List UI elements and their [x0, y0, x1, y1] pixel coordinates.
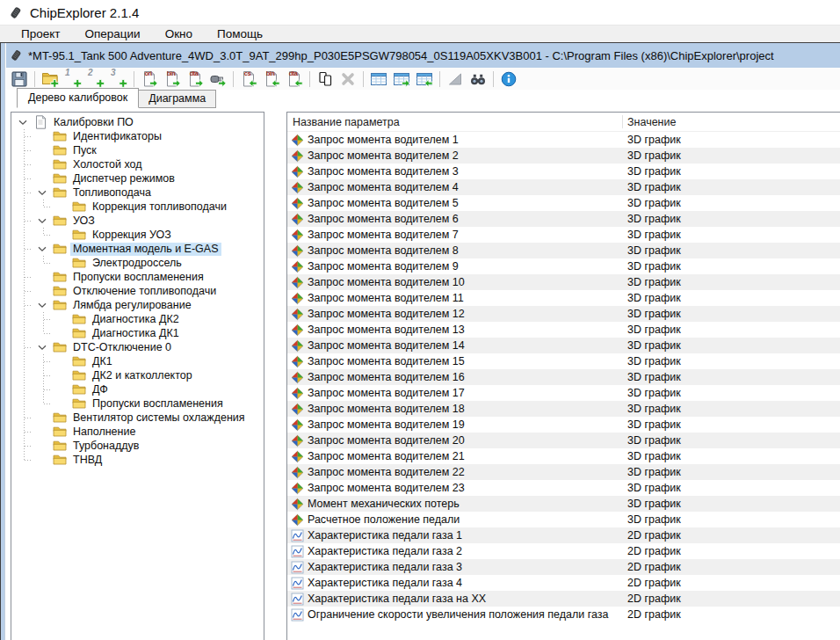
menu-item-0[interactable]: Проект: [9, 27, 72, 40]
parameter-name[interactable]: Характеристика педали газа на ХХ: [308, 593, 486, 605]
toolbar-table-button[interactable]: [368, 69, 389, 89]
tree-item[interactable]: Топливоподача: [11, 185, 264, 200]
toolbar-export-bin-button[interactable]: bin: [162, 69, 183, 89]
parameter-name[interactable]: Запрос момента водителем 4: [308, 181, 459, 193]
tree-item[interactable]: Отключение топливоподачи: [11, 284, 264, 298]
parameter-name[interactable]: Ограничение скорости увеличения положени…: [308, 608, 609, 621]
tree-item-label[interactable]: DTC-Отключение 0: [70, 341, 174, 354]
tree-item-label[interactable]: Турбонаддув: [70, 440, 141, 453]
tree-item[interactable]: Идентификаторы: [11, 129, 264, 143]
parameter-name[interactable]: Характеристика педали газа 2: [308, 545, 462, 557]
tree-item[interactable]: Пропуски воспламенения: [11, 270, 264, 284]
parameter-name[interactable]: Запрос момента водителем 13: [308, 324, 465, 336]
tree-item[interactable]: Холостой ход: [11, 157, 264, 171]
toolbar-export-ori-button[interactable]: ori: [139, 69, 160, 89]
tree-item-label[interactable]: Наполнение: [70, 425, 138, 439]
parameter-name[interactable]: Запрос момента водителем 22: [308, 466, 465, 478]
parameter-name[interactable]: Запрос момента водителем 19: [308, 418, 465, 431]
tree-item-label[interactable]: Пропуски воспламенения: [70, 271, 206, 284]
table-row[interactable]: Запрос момента водителем 93D график: [287, 258, 840, 274]
table-row[interactable]: Запрос момента водителем 153D график: [287, 353, 840, 369]
tab-calibration-tree[interactable]: Дерево калибровок: [17, 88, 139, 108]
tab-diagram[interactable]: Диаграмма: [138, 90, 216, 108]
table-row[interactable]: Запрос момента водителем 133D график: [287, 322, 840, 338]
table-row[interactable]: Характеристика педали газа 32D график: [287, 559, 840, 575]
parameter-name[interactable]: Запрос момента водителем 14: [308, 339, 465, 352]
table-row[interactable]: Запрос момента водителем 213D график: [287, 448, 840, 464]
toolbar-add-file-3-button[interactable]: 3: [108, 69, 129, 89]
tree-item[interactable]: Диспетчер режимов: [11, 171, 264, 185]
table-row[interactable]: Запрос момента водителем 13D график: [287, 132, 840, 148]
tree-item-label[interactable]: Топливоподача: [70, 186, 154, 200]
menu-item-2[interactable]: Окно: [153, 27, 205, 40]
parameter-name[interactable]: Запрос момента водителем 10: [308, 276, 465, 288]
tree-item-label[interactable]: ТНВД: [70, 454, 105, 467]
parameter-name[interactable]: Запрос момента водителем 8: [308, 244, 459, 257]
tree-item-label[interactable]: ДФ: [90, 383, 111, 396]
tree-item-label[interactable]: Электродроссель: [90, 257, 185, 270]
tree-item-label[interactable]: Вентилятор системы охлаждения: [70, 411, 248, 425]
table-row[interactable]: Характеристика педали газа на ХХ2D графи…: [287, 591, 840, 607]
tree-item-label[interactable]: Моментная модель и E-GAS: [70, 243, 221, 256]
toolbar-export-dta-button[interactable]: dta: [185, 69, 206, 89]
table-row[interactable]: Характеристика педали газа 22D график: [287, 543, 840, 559]
tree-item[interactable]: Калибровки ПО: [11, 115, 264, 129]
table-row[interactable]: Запрос момента водителем 83D график: [287, 243, 840, 258]
chevron-down-icon[interactable]: [38, 242, 53, 256]
tree-item-label[interactable]: УОЗ: [70, 215, 98, 228]
parameter-name[interactable]: Запрос момента водителем 18: [308, 403, 465, 415]
parameter-name[interactable]: Запрос момента водителем 1: [308, 134, 459, 146]
table-row[interactable]: Запрос момента водителем 163D график: [287, 369, 840, 385]
table-row[interactable]: Момент механических потерь3D график: [287, 496, 840, 512]
table-row[interactable]: Запрос момента водителем 23D график: [287, 148, 840, 164]
parameter-name[interactable]: Запрос момента водителем 6: [308, 213, 459, 225]
parameter-name[interactable]: Запрос момента водителем 23: [308, 482, 465, 494]
column-header-name[interactable]: Название параметра: [293, 116, 400, 128]
tree-item[interactable]: Моментная модель и E-GAS: [11, 242, 264, 256]
toolbar-import-dta-button[interactable]: dta: [284, 69, 305, 89]
parameter-name[interactable]: Запрос момента водителем 17: [308, 387, 465, 399]
parameter-name[interactable]: Запрос момента водителем 5: [308, 197, 459, 209]
toolbar-save-button[interactable]: [9, 69, 30, 89]
chevron-down-icon[interactable]: [38, 214, 53, 228]
table-row[interactable]: Запрос момента водителем 113D график: [287, 290, 840, 306]
chevron-down-icon[interactable]: [18, 115, 33, 129]
tree-item[interactable]: Вентилятор системы охлаждения: [11, 411, 264, 425]
column-header-value[interactable]: Значение: [627, 116, 676, 128]
parameter-name[interactable]: Запрос момента водителем 3: [308, 165, 459, 178]
chevron-down-icon[interactable]: [38, 185, 53, 200]
table-row[interactable]: Запрос момента водителем 63D график: [287, 211, 840, 227]
tree-item-label[interactable]: Пуск: [70, 144, 99, 157]
tree-item-label[interactable]: Лямбда регулирование: [70, 299, 194, 312]
toolbar-add-file-2-button[interactable]: 2: [85, 69, 106, 89]
toolbar-add-file-1-button[interactable]: 1: [62, 69, 83, 89]
menu-item-3[interactable]: Помощь: [205, 27, 275, 40]
tree-item-label[interactable]: Идентификаторы: [70, 130, 164, 143]
tree-item-label[interactable]: Коррекция УОЗ: [90, 229, 174, 242]
parameter-name[interactable]: Запрос момента водителем 7: [308, 229, 459, 241]
tree-item-label[interactable]: ДК2 и катколлектор: [90, 369, 195, 382]
document-titlebar[interactable]: *MT-95.1_Tank 500 Adventure_4WD_3.0T_9AT…: [6, 43, 840, 68]
table-row[interactable]: Запрос момента водителем 193D график: [287, 417, 840, 433]
toolbar-import-bin-button[interactable]: bin: [261, 69, 282, 89]
toolbar-table-export-button[interactable]: [391, 69, 412, 89]
parameter-name[interactable]: Характеристика педали газа 4: [308, 577, 462, 589]
table-row[interactable]: Расчетное положение педали3D график: [287, 512, 840, 527]
toolbar-add-project-button[interactable]: [40, 69, 61, 89]
table-row[interactable]: Запрос момента водителем 103D график: [287, 274, 840, 290]
tree-item-label[interactable]: Холостой ход: [70, 158, 145, 171]
toolbar-windows-button[interactable]: [315, 69, 336, 89]
parameter-name[interactable]: Запрос момента водителем 9: [308, 260, 459, 273]
table-row[interactable]: Запрос момента водителем 33D график: [287, 164, 840, 179]
tree-item[interactable]: Турбонаддув: [11, 439, 264, 453]
tree-item[interactable]: Наполнение: [11, 425, 264, 439]
parameter-name[interactable]: Запрос момента водителем 15: [308, 355, 465, 367]
toolbar-table-import-button[interactable]: [414, 69, 435, 89]
menu-item-1[interactable]: Операции: [72, 27, 152, 40]
tree-item-label[interactable]: Коррекция топливоподачи: [90, 200, 229, 214]
tree-item[interactable]: Пуск: [11, 143, 264, 157]
parameter-name[interactable]: Момент механических потерь: [308, 498, 460, 510]
toolbar-import-cs-button[interactable]: cs: [238, 69, 259, 89]
tree-item-label[interactable]: Пропуски воспламенения: [90, 397, 226, 411]
toolbar-export-usb-button[interactable]: [207, 69, 228, 89]
